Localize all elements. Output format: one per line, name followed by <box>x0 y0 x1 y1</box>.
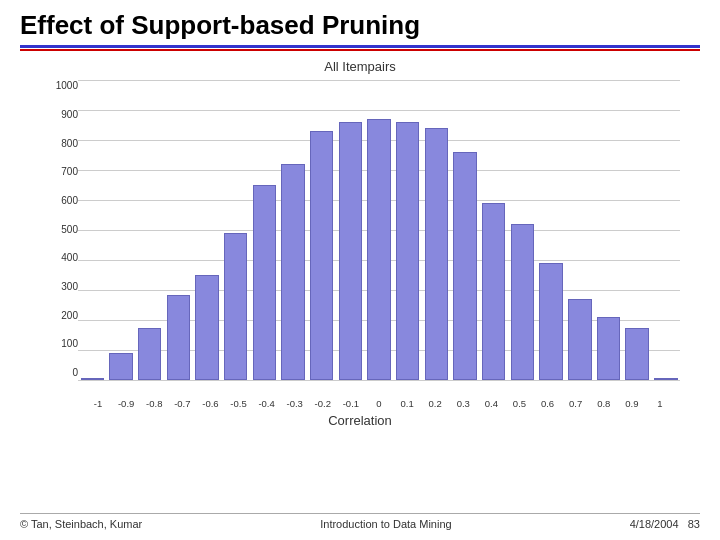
bar-group <box>537 80 566 380</box>
bar-group <box>307 80 336 380</box>
bar-group <box>623 80 652 380</box>
x-axis-label: 0 <box>365 398 393 409</box>
bar <box>482 203 506 380</box>
y-axis-label: 400 <box>61 252 78 263</box>
x-axis-label: -0.2 <box>309 398 337 409</box>
y-axis-label: 200 <box>61 310 78 321</box>
y-axis-label: 100 <box>61 338 78 349</box>
bar <box>109 353 133 380</box>
bar <box>167 295 191 381</box>
chart-area: All Itempairs 01002003004005006007008009… <box>20 59 700 509</box>
x-axis-label: -0.7 <box>168 398 196 409</box>
x-axis-label: -0.5 <box>224 398 252 409</box>
bar <box>224 233 248 380</box>
bar-group <box>651 80 680 380</box>
bar-group <box>365 80 394 380</box>
y-axis-label: 1000 <box>56 80 78 91</box>
x-axis-label: 0.1 <box>393 398 421 409</box>
x-axis-label: 0.4 <box>477 398 505 409</box>
bar <box>568 299 592 380</box>
x-axis-label: -0.3 <box>281 398 309 409</box>
bar <box>396 122 420 380</box>
bar-group <box>508 80 537 380</box>
x-axis-label: 1 <box>646 398 674 409</box>
bar <box>81 378 105 380</box>
bar-group <box>107 80 136 380</box>
bar <box>367 119 391 380</box>
x-axis-label: -0.9 <box>112 398 140 409</box>
x-axis-label: 0.9 <box>618 398 646 409</box>
y-axis-labels: 01002003004005006007008009001000 <box>40 80 78 380</box>
bar-group <box>594 80 623 380</box>
footer-copyright: © Tan, Steinbach, Kumar <box>20 518 142 530</box>
bar-group <box>422 80 451 380</box>
title-underline-red <box>20 49 700 51</box>
bar <box>625 328 649 381</box>
bar-group <box>336 80 365 380</box>
bar <box>195 275 219 380</box>
bar-group <box>279 80 308 380</box>
bar <box>539 263 563 380</box>
bar-group <box>164 80 193 380</box>
x-axis-label: 0.5 <box>505 398 533 409</box>
footer: © Tan, Steinbach, Kumar Introduction to … <box>20 513 700 530</box>
bar-group <box>135 80 164 380</box>
y-axis-label: 800 <box>61 138 78 149</box>
y-axis-label: 300 <box>61 281 78 292</box>
x-axis-label: 0.2 <box>421 398 449 409</box>
bar-group <box>565 80 594 380</box>
bar-group <box>221 80 250 380</box>
title-underline-blue <box>20 45 700 48</box>
y-axis-label: 900 <box>61 109 78 120</box>
x-labels-row: -1-0.9-0.8-0.7-0.6-0.5-0.4-0.3-0.2-0.100… <box>84 398 674 409</box>
bar <box>339 122 363 380</box>
chart-title: All Itempairs <box>324 59 396 74</box>
bars-wrapper <box>78 80 680 380</box>
bar <box>511 224 535 380</box>
x-axis-label: -0.1 <box>337 398 365 409</box>
bar-group <box>250 80 279 380</box>
chart-container: 01002003004005006007008009001000 <box>40 78 680 398</box>
bar <box>425 128 449 380</box>
bar-group <box>451 80 480 380</box>
bar-group <box>78 80 107 380</box>
bar <box>281 164 305 380</box>
x-axis-label: -1 <box>84 398 112 409</box>
x-axis-label: 0.6 <box>534 398 562 409</box>
y-axis-label: 700 <box>61 166 78 177</box>
footer-center: Introduction to Data Mining <box>142 518 629 530</box>
x-axis-label: -0.4 <box>253 398 281 409</box>
bar-group <box>393 80 422 380</box>
x-axis-label: 0.8 <box>590 398 618 409</box>
y-axis-label: 600 <box>61 195 78 206</box>
bar <box>453 152 477 380</box>
x-axis-title: Correlation <box>328 413 392 428</box>
x-axis-label: 0.3 <box>449 398 477 409</box>
bar-group <box>479 80 508 380</box>
bar <box>253 185 277 380</box>
bar-group <box>193 80 222 380</box>
x-axis-label: -0.6 <box>196 398 224 409</box>
bar <box>138 328 162 381</box>
page-title: Effect of Support-based Pruning <box>20 10 700 41</box>
bar <box>310 131 334 380</box>
x-axis-label: 0.7 <box>562 398 590 409</box>
grid-line <box>78 380 680 381</box>
y-axis-label: 500 <box>61 224 78 235</box>
bar <box>597 317 621 380</box>
bar <box>654 378 678 380</box>
chart-inner <box>78 80 680 380</box>
x-axis-label: -0.8 <box>140 398 168 409</box>
footer-date: 4/18/2004 83 <box>630 518 700 530</box>
